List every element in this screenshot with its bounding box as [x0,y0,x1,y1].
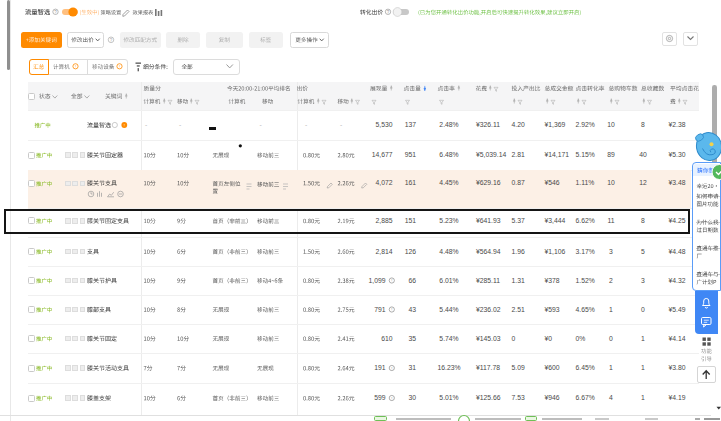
svg-text:!: ! [119,64,120,69]
svg-text:?: ? [110,38,113,43]
svg-text:!: ! [391,278,392,283]
svg-text:!: ! [124,123,125,128]
svg-text:!: ! [391,396,392,401]
svg-text:!: ! [75,64,76,69]
svg-text:!: ! [391,307,392,312]
svg-text:!: ! [391,366,392,371]
